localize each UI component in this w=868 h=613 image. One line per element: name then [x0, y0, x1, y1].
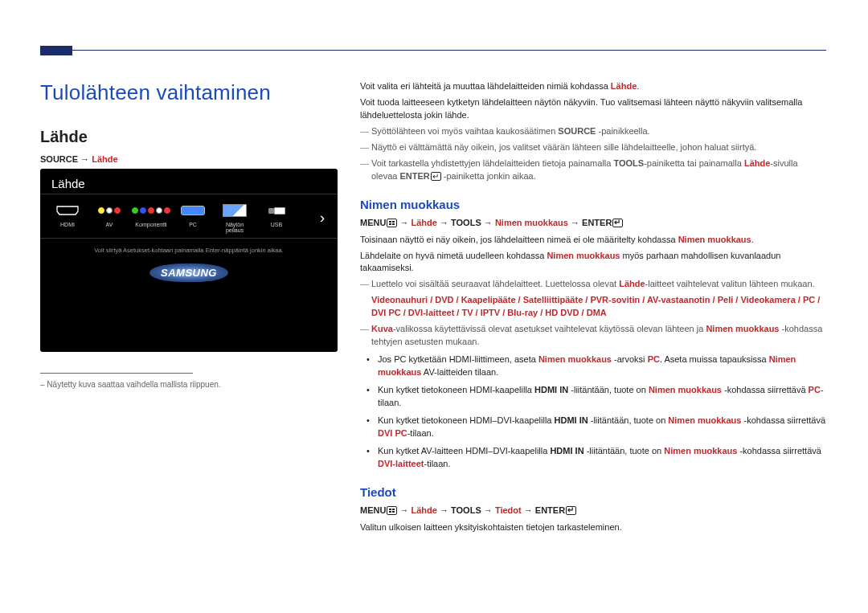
- bullet-2: Kun kytket tietokoneen HDMI-kaapelilla H…: [366, 384, 826, 410]
- av-icon: [92, 202, 127, 219]
- source-mirror: Näytön peilaus: [217, 202, 252, 233]
- nimen-menupath: MENU → Lähde → TOOLS → Nimen muokkaus → …: [360, 218, 826, 227]
- left-column: Tulolähteen vaihtaminen Lähde SOURCE → L…: [40, 80, 338, 537]
- tiedot-menupath: MENU → Lähde → TOOLS → Tiedot → ENTER: [360, 505, 826, 515]
- pc-icon: [175, 202, 211, 219]
- bullet-1: Jos PC kytketään HDMI-liittimeen, aseta …: [366, 353, 826, 379]
- source-pc: PC: [175, 202, 211, 233]
- intro-p2: Voit tuoda laitteeseen kytketyn lähdelai…: [360, 96, 826, 122]
- source-label: AV: [92, 222, 127, 227]
- menu-icon: [387, 506, 397, 515]
- dash-note-2: Näyttö ei välttämättä näy oikein, jos va…: [360, 141, 826, 154]
- source-label: Komponentti: [133, 222, 169, 227]
- menu-icon: [387, 219, 397, 227]
- component-icon: [133, 202, 169, 219]
- device-list: Videonauhuri / DVD / Kaapelipääte / Sate…: [371, 294, 826, 320]
- source-component: Komponentti: [133, 202, 169, 233]
- nimen-p1: Toisinaan näyttö ei näy oikein, jos lähd…: [360, 234, 826, 247]
- enter-icon: [566, 506, 576, 515]
- source-label: USB: [259, 222, 294, 227]
- enter-icon: [612, 219, 623, 227]
- nimen-p2: Lähdelaite on hyvä nimetä uudelleen kohd…: [360, 250, 826, 276]
- footnote-rule: [40, 373, 193, 374]
- path-lahde: Lähde: [92, 154, 117, 164]
- nimen-dash-1: Luettelo voi sisältää seuraavat lähdelai…: [360, 278, 826, 320]
- source-av: AV: [92, 202, 127, 233]
- section-title: Lähde: [40, 128, 338, 146]
- dash-note-3: Voit tarkastella yhdistettyjen lähdelait…: [360, 157, 826, 183]
- source-usb: USB: [259, 202, 294, 233]
- source-row: HDMI AV Komponentti: [40, 194, 338, 239]
- source-items: HDMI AV Komponentti: [50, 202, 294, 233]
- top-rule: [40, 50, 826, 51]
- mirror-icon: [217, 202, 252, 219]
- nimen-heading: Nimen muokkaus: [360, 198, 826, 211]
- source-label: HDMI: [50, 222, 85, 227]
- source-label: PC: [175, 222, 211, 227]
- nimen-dash-2: Kuva-valikossa käytettävissä olevat aset…: [360, 323, 826, 349]
- footnote: Näytetty kuva saattaa vaihdella mallista…: [40, 380, 338, 389]
- tiedot-p1: Valitun ulkoisen laitteen yksityiskohtai…: [360, 521, 826, 534]
- screenshot-title: Lähde: [40, 169, 338, 194]
- source-path: SOURCE → Lähde: [40, 154, 338, 164]
- screenshot-hint: Voit siirtyä Asetukset-kohtaan painamall…: [40, 239, 338, 264]
- chevron-right-icon: ›: [317, 210, 328, 227]
- enter-icon: [431, 172, 441, 181]
- usb-icon: [259, 202, 294, 219]
- right-column: Voit valita eri lähteitä ja muuttaa lähd…: [360, 80, 826, 537]
- samsung-logo: SAMSUNG: [40, 264, 338, 282]
- intro-p1: Voit valita eri lähteitä ja muuttaa lähd…: [360, 80, 826, 93]
- source-label: Näytön peilaus: [217, 222, 252, 233]
- tiedot-heading: Tiedot: [360, 485, 826, 499]
- tv-screenshot: Lähde HDMI AV: [40, 169, 338, 352]
- bullet-4: Kun kytket AV-laitteen HDMI–DVI-kaapelil…: [366, 445, 826, 471]
- hdmi-icon: [50, 202, 85, 219]
- source-hdmi: HDMI: [50, 202, 85, 233]
- dash-note-1: Syöttölähteen voi myös vaihtaa kaukosäät…: [360, 125, 826, 138]
- page-title: Tulolähteen vaihtaminen: [40, 80, 338, 105]
- path-source: SOURCE: [40, 154, 78, 164]
- bullet-3: Kun kytket tietokoneen HDMI–DVI-kaapelil…: [366, 415, 826, 440]
- nimen-bullets: Jos PC kytketään HDMI-liittimeen, aseta …: [366, 353, 826, 471]
- page-container: Tulolähteen vaihtaminen Lähde SOURCE → L…: [40, 80, 826, 537]
